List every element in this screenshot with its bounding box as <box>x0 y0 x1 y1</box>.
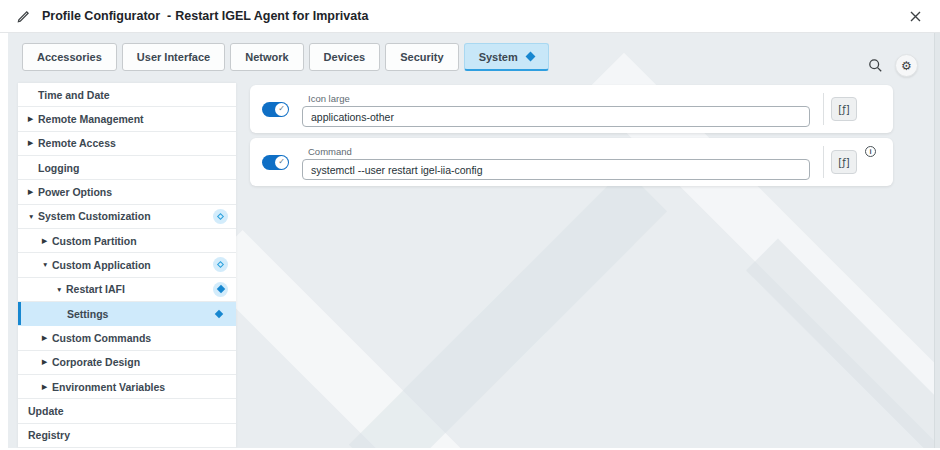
sidebar-item-system-customization[interactable]: ▼System Customization <box>18 205 236 229</box>
sidebar-item-label: Restart IAFI <box>66 283 125 295</box>
command-input[interactable] <box>302 159 810 180</box>
sidebar-item-remote-management[interactable]: ▶Remote Management <box>18 107 236 131</box>
sidebar-item-registry[interactable]: Registry <box>18 424 236 448</box>
chevron-down-icon[interactable]: ▼ <box>42 261 52 268</box>
hollow-diamond-icon <box>217 261 224 268</box>
sidebar-item-label: System Customization <box>38 210 151 222</box>
parameter-function-button[interactable]: [ƒ] <box>831 150 857 174</box>
sidebar-item-custom-application[interactable]: ▼Custom Application <box>18 253 236 277</box>
tab-label: Network <box>245 51 288 63</box>
content-area: AccessoriesUser InterfaceNetworkDevicesS… <box>8 33 940 448</box>
setting-card-icon-large: ✓Icon large[ƒ] <box>250 85 893 133</box>
sidebar-item-label: Custom Commands <box>52 332 151 344</box>
titlebar: Profile Configurator - Restart IGEL Agen… <box>0 0 940 33</box>
card-divider <box>823 146 824 178</box>
chevron-right-icon[interactable]: ▶ <box>28 139 38 147</box>
sidebar-item-logging[interactable]: Logging <box>18 156 236 180</box>
sidebar-item-label: Remote Management <box>38 113 144 125</box>
modified-indicator-badge <box>213 257 228 272</box>
sidebar-item-corporate-design[interactable]: ▶Corporate Design <box>18 351 236 375</box>
parameter-function-button[interactable]: [ƒ] <box>831 97 857 121</box>
chevron-right-icon[interactable]: ▶ <box>42 358 52 366</box>
window-title-separator: - <box>167 9 171 23</box>
enable-toggle[interactable]: ✓ <box>262 102 289 117</box>
field-wrap: Icon large <box>302 91 810 127</box>
toggle-check-icon: ✓ <box>275 156 288 169</box>
tab-system[interactable]: System <box>464 43 549 71</box>
sidebar-item-label: Settings <box>67 308 108 320</box>
tab-network[interactable]: Network <box>230 43 303 71</box>
tab-label: Devices <box>324 51 366 63</box>
tab-user-interface[interactable]: User Interface <box>122 43 225 71</box>
sidebar-item-custom-commands[interactable]: ▶Custom Commands <box>18 326 236 350</box>
sidebar-item-label: Logging <box>38 162 79 174</box>
sidebar-item-label: Custom Application <box>52 259 151 271</box>
sidebar-item-environment-variables[interactable]: ▶Environment Variables <box>18 375 236 399</box>
sidebar-item-label: Environment Variables <box>52 381 165 393</box>
background-watermark <box>349 169 667 448</box>
settings-tree-sidebar: Time and Date▶Remote Management▶Remote A… <box>18 83 236 448</box>
chevron-down-icon[interactable]: ▼ <box>28 213 38 220</box>
chevron-right-icon[interactable]: ▶ <box>28 188 38 196</box>
chevron-right-icon[interactable]: ▶ <box>42 334 52 342</box>
card-divider <box>823 93 824 125</box>
chevron-down-icon[interactable]: ▼ <box>56 286 66 293</box>
close-icon <box>910 11 921 22</box>
search-icon <box>868 58 883 73</box>
tab-label: User Interface <box>137 51 210 63</box>
setting-card-command: ✓Command[ƒ]i <box>250 138 893 186</box>
profile-configurator-window: Profile Configurator - Restart IGEL Agen… <box>0 0 940 450</box>
filled-diamond-icon <box>216 285 224 293</box>
sidebar-item-restart-iafi[interactable]: ▼Restart IAFI <box>18 278 236 302</box>
close-button[interactable] <box>905 6 925 26</box>
modified-indicator-badge <box>213 282 228 297</box>
tab-devices[interactable]: Devices <box>309 43 381 71</box>
chevron-right-icon[interactable]: ▶ <box>42 383 52 391</box>
sidebar-item-label: Registry <box>28 429 70 441</box>
chevron-right-icon[interactable]: ▶ <box>42 237 52 245</box>
search-button[interactable] <box>865 56 885 76</box>
tab-security[interactable]: Security <box>385 43 458 71</box>
sidebar-item-time-and-date[interactable]: Time and Date <box>18 83 236 107</box>
sidebar-item-label: Remote Access <box>38 137 116 149</box>
category-tabbar: AccessoriesUser InterfaceNetworkDevicesS… <box>22 43 549 71</box>
field-label: Icon large <box>308 93 810 104</box>
toggle-check-icon: ✓ <box>275 103 288 116</box>
tab-label: Accessories <box>37 51 102 63</box>
field-wrap: Command <box>302 144 810 180</box>
sidebar-item-custom-partition[interactable]: ▶Custom Partition <box>18 229 236 253</box>
edit-pencil-icon <box>17 10 30 23</box>
window-title: Profile Configurator <box>42 9 160 23</box>
sidebar-item-label: Update <box>28 405 64 417</box>
sidebar-item-remote-access[interactable]: ▶Remote Access <box>18 132 236 156</box>
hollow-diamond-icon <box>217 213 224 220</box>
modified-indicator-badge <box>211 306 226 321</box>
sidebar-item-label: Corporate Design <box>52 356 140 368</box>
modified-diamond-icon <box>525 52 535 62</box>
sidebar-item-update[interactable]: Update <box>18 399 236 423</box>
filled-diamond-icon <box>214 309 222 317</box>
sidebar-item-label: Power Options <box>38 186 112 198</box>
sidebar-item-label: Time and Date <box>38 89 110 101</box>
toolbar-icons: ⚙ <box>865 54 918 77</box>
modified-indicator-badge <box>213 209 228 224</box>
icon-large-input[interactable] <box>302 106 810 127</box>
sidebar-item-settings[interactable]: Settings <box>18 302 236 326</box>
vertical-scrollbar[interactable] <box>934 33 940 448</box>
tab-label: Security <box>400 51 443 63</box>
chevron-right-icon[interactable]: ▶ <box>28 115 38 123</box>
enable-toggle[interactable]: ✓ <box>262 155 289 170</box>
settings-panel: ✓Icon large[ƒ]✓Command[ƒ]i <box>250 85 893 191</box>
sidebar-item-label: Custom Partition <box>52 235 137 247</box>
tab-accessories[interactable]: Accessories <box>22 43 117 71</box>
profile-settings-button[interactable]: ⚙ <box>895 54 918 77</box>
sidebar-item-power-options[interactable]: ▶Power Options <box>18 180 236 204</box>
field-label: Command <box>308 146 810 157</box>
info-icon[interactable]: i <box>865 146 876 157</box>
profile-name: Restart IGEL Agent for Imprivata <box>175 9 368 23</box>
gear-icon: ⚙ <box>901 60 912 72</box>
tab-label: System <box>479 51 518 63</box>
